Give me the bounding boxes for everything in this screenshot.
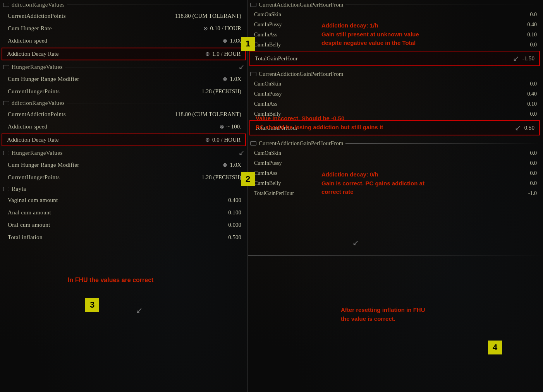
section-line-1 (67, 5, 244, 5)
section-addiction-2: ddictionRangeValues CurrentAddictionPoin… (0, 98, 247, 146)
r-cursor-2: ↙ (515, 123, 521, 132)
label-addiction-speed-2: Addiction speed (8, 123, 47, 130)
section-line-rayla (29, 189, 245, 189)
r-title-2: CurrentAddictionGainPerHourFrom (259, 71, 343, 77)
r-cursor-1: ↙ (513, 54, 519, 63)
cursor-glyph-5: ↖ (136, 306, 143, 316)
row-addiction-speed-1: Addiction speed ⊗ 1.0X (0, 34, 247, 47)
section-header-hunger-1: HungerRangeValues ↙ (0, 61, 247, 73)
cursor-glyph-2: ↙ (239, 149, 245, 157)
left-panel: ddictionRangeValues CurrentAddictionPoin… (0, 0, 248, 392)
r-label-cumass-2: CumInAss (254, 101, 277, 107)
annotation-5-line2: the value is correct. (341, 315, 425, 324)
r-value-cumbelly-3: 0.0 (530, 180, 537, 187)
r-value-cumpussy-1: 0.40 (528, 22, 537, 28)
section-header-rayla: Rayla (0, 184, 247, 194)
value-oral: 0.000 (228, 222, 241, 228)
section-hunger-2: HungerRangeValues ↙ Cum Hunger Range Mod… (0, 147, 247, 183)
r-value-cumskin-1: 0.0 (530, 12, 537, 18)
section-icon-hunger-1 (3, 65, 9, 69)
label-anal: Anal cum amount (8, 209, 51, 216)
row-vaginal: Vaginal cum amount 0.400 (0, 194, 247, 206)
h-separator (248, 255, 543, 256)
row-total-inflation: Total inflation 0.500 (0, 231, 247, 243)
r-line-2 (345, 74, 540, 74)
value-addiction-speed-1: ⊗ 1.0X (223, 38, 241, 44)
label-hunger-modifier-1: Cum Hunger Range Modifier (8, 76, 79, 82)
row-current-addiction-points-2: CurrentAddictionPoints 118.80 (CUM TOLER… (0, 108, 247, 120)
r-value-cumskin-3: 0.0 (530, 150, 537, 156)
section-title-2: ddictionRangeValues (12, 100, 65, 106)
cursor-glyph-1: ↙ (239, 63, 245, 71)
section-icon-rayla (3, 187, 9, 191)
r-label-cumpussy-1: CumInPussy (254, 22, 282, 28)
r-title-1: CurrentAddictionGainPerHourFrom (259, 2, 343, 8)
r-total-label-1: TotalGainPerHour (255, 55, 298, 62)
infinity-icon-7: ⊗ (223, 162, 227, 168)
r-value-cumass-3: 0.0 (530, 170, 537, 176)
decay-rate-label-1: Addiction Decay Rate (7, 51, 58, 57)
annotation-3-line2: Gain is correct. PC gains addiction at (321, 179, 424, 188)
cursor-right-2: ↙ (352, 238, 359, 247)
r-value-cumass-1: 0.10 (528, 32, 537, 38)
r-row-cumpussy-3: CumInPussy 0.0 (248, 158, 543, 168)
value-hunger-modifier-1: ⊗ 1.0X (223, 76, 241, 82)
r-total-value-1: -1.50 (522, 55, 534, 62)
highlighted-decay-rate-2: Addiction Decay Rate ⊗ 0.0 / HOUR (2, 134, 246, 146)
badge-3: 3 (85, 298, 99, 312)
annotation-2: Value inccorect. Should be -0.50 PC shou… (256, 114, 383, 132)
r-value-cumpussy-2: 0.40 (528, 91, 537, 97)
annotation-1-line1: Addiction decay: 1/h (321, 21, 419, 30)
annotation-fhu: In FHU the values are correct (68, 276, 153, 284)
row-hunger-points-1: CurrentHungerPoints 1.28 (PECKISH) (0, 85, 247, 98)
infinity-icon-4: ⊗ (223, 76, 227, 82)
annotation-2-line2: PC should be losing addiction but still … (256, 123, 383, 132)
row-anal: Anal cum amount 0.100 (0, 206, 247, 219)
badge-2: 2 (241, 172, 255, 186)
r-label-cumbelly-1: CumInBelly (254, 42, 281, 48)
section-icon-hunger-2 (3, 151, 9, 155)
r-label-cumpussy-2: CumInPussy (254, 91, 282, 97)
main-container: ddictionRangeValues CurrentAddictionPoin… (0, 0, 543, 392)
label-vaginal: Vaginal cum amount (8, 197, 58, 204)
annotation-1-line3: despite negative value in the Total (321, 39, 419, 48)
r-total-value-2: 0.50 (524, 125, 534, 131)
r-label-cumskin-2: CumOnSkin (254, 81, 281, 87)
label-total-inflation: Total inflation (8, 234, 43, 241)
r-title-3: CurrentAddictionGainPerHourFrom (259, 140, 343, 147)
infinity-icon-3: ⊗ (205, 51, 210, 57)
annotation-5: After resetting inflation in FHU the val… (341, 306, 425, 323)
r-label-cumbelly-3: CumInBelly (254, 180, 281, 187)
r-total-value-3: -1.0 (528, 190, 537, 197)
r-value-cumbelly-1: 0.0 (530, 42, 537, 48)
annotation-3: Addiction decay: 0/h Gain is correct. PC… (321, 170, 424, 197)
label-addiction-speed-1: Addiction speed (8, 38, 47, 44)
r-line-3 (345, 143, 540, 144)
annotation-2-line1: Value inccorect. Should be -0.50 (256, 114, 383, 123)
section-addiction-1: ddictionRangeValues CurrentAddictionPoin… (0, 0, 247, 60)
decay-rate-label-2: Addiction Decay Rate (7, 137, 58, 143)
r-label-cumskin-1: CumOnSkin (254, 12, 281, 18)
annotation-3-line3: correct rate (321, 188, 424, 197)
r-value-cumbelly-2: 0.0 (530, 111, 537, 117)
r-header-2: CurrentAddictionGainPerHourFrom (248, 69, 543, 79)
section-header-hunger-2: HungerRangeValues ↙ (0, 147, 247, 159)
infinity-icon-5: ⊗ (220, 123, 224, 130)
r-icon-3 (250, 141, 256, 146)
row-hunger-points-2: CurrentHungerPoints 1.28 (PECKISH) (0, 171, 247, 183)
label-current-addiction-points-1: CurrentAddictionPoints (8, 13, 66, 19)
r-label-cumskin-3: CumOnSkin (254, 150, 281, 156)
row-addiction-speed-2: Addiction speed ⊗ ~ 100. (0, 120, 247, 133)
r-label-cumass-3: CumInAss (254, 170, 277, 176)
r-value-cumass-2: 0.10 (528, 101, 537, 107)
annotation-1-line2: Gain still present at unknown value (321, 30, 419, 39)
section-line-2 (67, 103, 244, 103)
badge-1: 1 (241, 37, 255, 51)
section-title-rayla: Rayla (12, 186, 26, 192)
value-total-inflation: 0.500 (228, 234, 241, 241)
r-icon-2 (250, 72, 256, 76)
r-value-cumskin-2: 0.0 (530, 81, 537, 87)
section-header-2: ddictionRangeValues (0, 98, 247, 108)
section-icon-1 (3, 3, 9, 7)
infinity-icon-1: ⊗ (203, 25, 208, 32)
